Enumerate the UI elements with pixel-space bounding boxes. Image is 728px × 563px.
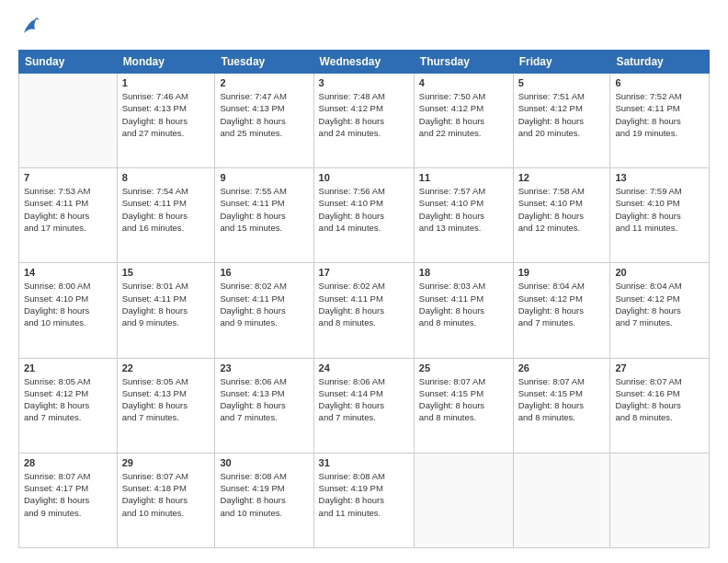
day-number: 8: [122, 172, 210, 183]
page: SundayMondayTuesdayWednesdayThursdayFrid…: [0, 0, 728, 563]
day-number: 17: [319, 267, 409, 278]
calendar-cell: 12Sunrise: 7:58 AM Sunset: 4:10 PM Dayli…: [513, 168, 610, 263]
cell-content: Sunrise: 8:00 AM Sunset: 4:10 PM Dayligh…: [24, 280, 112, 328]
calendar-cell: 24Sunrise: 8:06 AM Sunset: 4:14 PM Dayli…: [313, 358, 414, 453]
day-number: 13: [615, 172, 704, 183]
day-number: 5: [518, 77, 606, 88]
cell-content: Sunrise: 8:07 AM Sunset: 4:15 PM Dayligh…: [419, 375, 508, 424]
calendar-table: SundayMondayTuesdayWednesdayThursdayFrid…: [18, 50, 710, 548]
calendar-cell: 4Sunrise: 7:50 AM Sunset: 4:12 PM Daylig…: [414, 74, 513, 168]
calendar-cell: 3Sunrise: 7:48 AM Sunset: 4:12 PM Daylig…: [313, 74, 414, 168]
day-number: 20: [615, 267, 704, 278]
cell-content: Sunrise: 8:05 AM Sunset: 4:13 PM Dayligh…: [122, 375, 210, 424]
day-number: 16: [220, 267, 308, 278]
day-number: 21: [24, 362, 112, 373]
cell-content: Sunrise: 7:50 AM Sunset: 4:12 PM Dayligh…: [419, 90, 508, 139]
calendar-cell: 11Sunrise: 7:57 AM Sunset: 4:10 PM Dayli…: [414, 168, 513, 263]
calendar-cell: 7Sunrise: 7:53 AM Sunset: 4:11 PM Daylig…: [19, 168, 118, 263]
calendar-header-friday: Friday: [513, 51, 610, 74]
calendar-cell: 8Sunrise: 7:54 AM Sunset: 4:11 PM Daylig…: [117, 168, 215, 263]
cell-content: Sunrise: 8:04 AM Sunset: 4:12 PM Dayligh…: [518, 280, 606, 328]
cell-content: Sunrise: 8:02 AM Sunset: 4:11 PM Dayligh…: [319, 280, 409, 328]
calendar-header-monday: Monday: [117, 51, 215, 74]
day-number: 23: [220, 362, 308, 373]
cell-content: Sunrise: 8:05 AM Sunset: 4:12 PM Dayligh…: [24, 375, 112, 424]
cell-content: Sunrise: 7:47 AM Sunset: 4:13 PM Dayligh…: [220, 90, 308, 139]
day-number: 6: [615, 77, 704, 88]
day-number: 7: [24, 172, 112, 183]
day-number: 24: [319, 362, 409, 373]
day-number: 28: [24, 457, 112, 468]
cell-content: Sunrise: 7:57 AM Sunset: 4:10 PM Dayligh…: [419, 185, 508, 234]
cell-content: Sunrise: 8:07 AM Sunset: 4:16 PM Dayligh…: [615, 375, 704, 424]
calendar-cell: 27Sunrise: 8:07 AM Sunset: 4:16 PM Dayli…: [610, 358, 710, 453]
cell-content: Sunrise: 7:56 AM Sunset: 4:10 PM Dayligh…: [319, 185, 409, 234]
cell-content: Sunrise: 8:04 AM Sunset: 4:12 PM Dayligh…: [615, 280, 704, 328]
cell-content: Sunrise: 7:46 AM Sunset: 4:13 PM Dayligh…: [122, 90, 210, 139]
calendar-cell: 15Sunrise: 8:01 AM Sunset: 4:11 PM Dayli…: [117, 263, 215, 358]
day-number: 27: [615, 362, 704, 373]
day-number: 19: [518, 267, 606, 278]
calendar-header-tuesday: Tuesday: [215, 51, 313, 74]
day-number: 14: [24, 267, 112, 278]
logo-bird-icon: [20, 15, 39, 40]
cell-content: Sunrise: 7:53 AM Sunset: 4:11 PM Dayligh…: [24, 185, 112, 234]
day-number: 26: [518, 362, 606, 373]
calendar-cell: 31Sunrise: 8:08 AM Sunset: 4:19 PM Dayli…: [313, 453, 414, 547]
calendar-week-row: 14Sunrise: 8:00 AM Sunset: 4:10 PM Dayli…: [19, 263, 710, 358]
calendar-cell: 21Sunrise: 8:05 AM Sunset: 4:12 PM Dayli…: [19, 358, 118, 453]
calendar-week-row: 1Sunrise: 7:46 AM Sunset: 4:13 PM Daylig…: [19, 74, 710, 168]
calendar-header-thursday: Thursday: [414, 51, 513, 74]
calendar-cell: 10Sunrise: 7:56 AM Sunset: 4:10 PM Dayli…: [313, 168, 414, 263]
calendar-cell: [19, 74, 118, 168]
calendar-cell: [414, 453, 513, 547]
calendar-cell: 19Sunrise: 8:04 AM Sunset: 4:12 PM Dayli…: [513, 263, 610, 358]
cell-content: Sunrise: 8:06 AM Sunset: 4:14 PM Dayligh…: [319, 375, 409, 424]
cell-content: Sunrise: 7:51 AM Sunset: 4:12 PM Dayligh…: [518, 90, 606, 139]
day-number: 9: [220, 172, 308, 183]
cell-content: Sunrise: 7:59 AM Sunset: 4:10 PM Dayligh…: [615, 185, 704, 234]
cell-content: Sunrise: 8:07 AM Sunset: 4:18 PM Dayligh…: [122, 470, 210, 519]
calendar-header-wednesday: Wednesday: [313, 51, 414, 74]
day-number: 10: [319, 172, 409, 183]
calendar-week-row: 7Sunrise: 7:53 AM Sunset: 4:11 PM Daylig…: [19, 168, 710, 263]
calendar-cell: 29Sunrise: 8:07 AM Sunset: 4:18 PM Dayli…: [117, 453, 215, 547]
calendar-week-row: 21Sunrise: 8:05 AM Sunset: 4:12 PM Dayli…: [19, 358, 710, 453]
calendar-cell: 22Sunrise: 8:05 AM Sunset: 4:13 PM Dayli…: [117, 358, 215, 453]
cell-content: Sunrise: 8:07 AM Sunset: 4:15 PM Dayligh…: [518, 375, 606, 424]
calendar-header-saturday: Saturday: [610, 51, 710, 74]
calendar-cell: 6Sunrise: 7:52 AM Sunset: 4:11 PM Daylig…: [610, 74, 710, 168]
cell-content: Sunrise: 8:06 AM Sunset: 4:13 PM Dayligh…: [220, 375, 308, 424]
day-number: 30: [220, 457, 308, 468]
calendar-cell: 23Sunrise: 8:06 AM Sunset: 4:13 PM Dayli…: [215, 358, 313, 453]
header: [18, 15, 710, 40]
day-number: 29: [122, 457, 210, 468]
day-number: 3: [319, 77, 409, 88]
calendar-cell: 20Sunrise: 8:04 AM Sunset: 4:12 PM Dayli…: [610, 263, 710, 358]
calendar-cell: 1Sunrise: 7:46 AM Sunset: 4:13 PM Daylig…: [117, 74, 215, 168]
cell-content: Sunrise: 7:48 AM Sunset: 4:12 PM Dayligh…: [319, 90, 409, 139]
day-number: 12: [518, 172, 606, 183]
calendar-cell: 14Sunrise: 8:00 AM Sunset: 4:10 PM Dayli…: [19, 263, 118, 358]
cell-content: Sunrise: 8:01 AM Sunset: 4:11 PM Dayligh…: [122, 280, 210, 328]
cell-content: Sunrise: 8:03 AM Sunset: 4:11 PM Dayligh…: [419, 280, 508, 328]
calendar-cell: 25Sunrise: 8:07 AM Sunset: 4:15 PM Dayli…: [414, 358, 513, 453]
calendar-cell: 16Sunrise: 8:02 AM Sunset: 4:11 PM Dayli…: [215, 263, 313, 358]
cell-content: Sunrise: 7:58 AM Sunset: 4:10 PM Dayligh…: [518, 185, 606, 234]
day-number: 22: [122, 362, 210, 373]
day-number: 1: [122, 77, 210, 88]
cell-content: Sunrise: 8:07 AM Sunset: 4:17 PM Dayligh…: [24, 470, 112, 519]
calendar-cell: 30Sunrise: 8:08 AM Sunset: 4:19 PM Dayli…: [215, 453, 313, 547]
calendar-cell: 13Sunrise: 7:59 AM Sunset: 4:10 PM Dayli…: [610, 168, 710, 263]
cell-content: Sunrise: 7:54 AM Sunset: 4:11 PM Dayligh…: [122, 185, 210, 234]
calendar-cell: 26Sunrise: 8:07 AM Sunset: 4:15 PM Dayli…: [513, 358, 610, 453]
cell-content: Sunrise: 8:02 AM Sunset: 4:11 PM Dayligh…: [220, 280, 308, 328]
calendar-cell: [513, 453, 610, 547]
calendar-cell: 9Sunrise: 7:55 AM Sunset: 4:11 PM Daylig…: [215, 168, 313, 263]
calendar-cell: 5Sunrise: 7:51 AM Sunset: 4:12 PM Daylig…: [513, 74, 610, 168]
calendar-cell: 18Sunrise: 8:03 AM Sunset: 4:11 PM Dayli…: [414, 263, 513, 358]
logo: [18, 15, 40, 40]
cell-content: Sunrise: 7:55 AM Sunset: 4:11 PM Dayligh…: [220, 185, 308, 234]
calendar-header-row: SundayMondayTuesdayWednesdayThursdayFrid…: [19, 51, 710, 74]
calendar-week-row: 28Sunrise: 8:07 AM Sunset: 4:17 PM Dayli…: [19, 453, 710, 547]
